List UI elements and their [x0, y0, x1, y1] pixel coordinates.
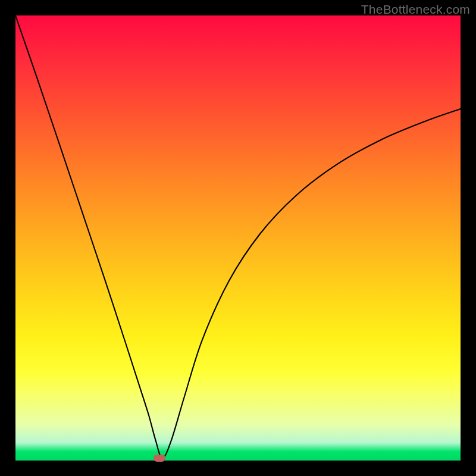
bottleneck-curve [15, 15, 461, 461]
chart-plot-area [15, 15, 461, 461]
watermark-text: TheBottleneck.com [361, 2, 470, 17]
optimum-marker [154, 455, 165, 462]
